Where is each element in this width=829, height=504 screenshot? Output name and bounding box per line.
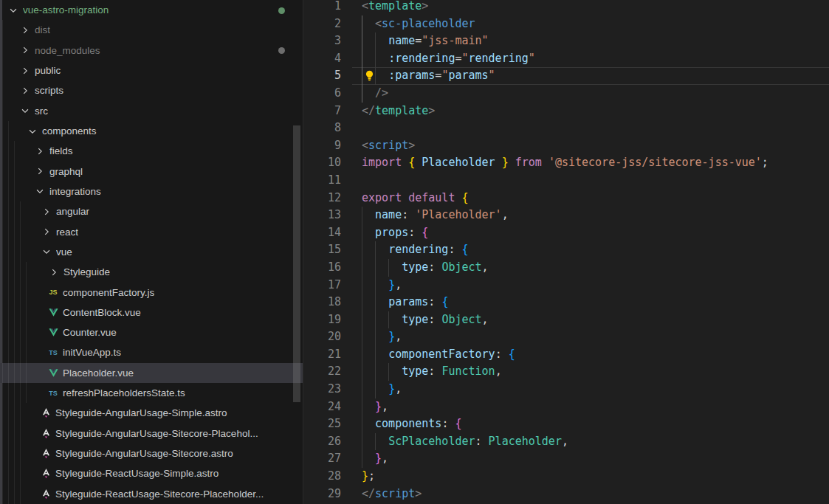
code-line-23[interactable]: 23 },: [303, 381, 829, 398]
tree-item-styleguide-angularusage-simple-astro[interactable]: Styleguide-AngularUsage-Simple.astro: [0, 403, 303, 423]
tree-indent-guide: [14, 342, 15, 362]
tree-item-label: node_modules: [35, 45, 100, 56]
code-line-29[interactable]: 29</script>: [303, 486, 829, 503]
tree-indent-guide: [20, 322, 21, 342]
code-line-content: :rendering="rendering": [362, 50, 535, 68]
chevron-down-icon[interactable]: [34, 185, 46, 197]
tree-item-dist[interactable]: dist: [0, 20, 303, 40]
chevron-down-icon[interactable]: [19, 105, 31, 117]
vue-icon: [47, 306, 59, 318]
tree-item-styleguide-angularusage-sitecore-astro[interactable]: Styleguide-AngularUsage-Sitecore.astro: [0, 443, 303, 463]
line-number: 29: [303, 486, 341, 503]
tree-item-label: components: [42, 125, 97, 137]
code-line-4[interactable]: 4 :rendering="rendering": [303, 50, 829, 68]
code-line-17[interactable]: 17 },: [303, 277, 829, 294]
tree-indent-guide: [8, 342, 9, 362]
tree-item-componentfactory-js[interactable]: JScomponentFactory.js: [0, 282, 303, 302]
code-line-11[interactable]: 11: [303, 172, 829, 190]
code-line-6[interactable]: 6 />: [303, 85, 829, 103]
tree-item-contentblock-vue[interactable]: ContentBlock.vue: [0, 303, 303, 322]
file-tree: vue-astro-migrationdistnode_modulespubli…: [0, 0, 303, 504]
tree-indent-guide: [8, 484, 9, 504]
tree-item-components[interactable]: components: [0, 121, 303, 141]
tree-item-src[interactable]: src: [0, 101, 303, 121]
chevron-right-icon[interactable]: [48, 266, 60, 278]
code-line-2[interactable]: 2 <sc-placeholder: [303, 15, 829, 33]
tree-item-styleguide-reactusage-simple-astro[interactable]: Styleguide-ReactUsage-Simple.astro: [0, 463, 303, 483]
tree-indent-guide: [20, 282, 21, 302]
tree-item-refreshplaceholdersstate-ts[interactable]: TSrefreshPlaceholdersState.ts: [0, 383, 303, 403]
code-line-16[interactable]: 16 type: Object,: [303, 259, 829, 277]
chevron-right-icon[interactable]: [41, 226, 52, 238]
tree-item-public[interactable]: public: [0, 61, 303, 80]
tree-item-counter-vue[interactable]: Counter.vue: [0, 322, 303, 342]
code-line-content: <script>: [362, 137, 415, 155]
code-line-9[interactable]: 9<script>: [303, 137, 829, 155]
tree-indent-guide: [14, 162, 15, 182]
code-line-13[interactable]: 13 name: 'Placeholder',: [303, 207, 829, 224]
code-line-26[interactable]: 26 ScPlaceholder: Placeholder,: [303, 433, 829, 451]
line-number: 11: [303, 172, 341, 190]
sidebar-scrollbar[interactable]: [293, 125, 300, 402]
tree-item-vue-astro-migration[interactable]: vue-astro-migration: [0, 0, 303, 20]
tree-item-vue[interactable]: vue: [0, 242, 303, 262]
tree-item-fields[interactable]: fields: [0, 141, 303, 161]
chevron-right-icon[interactable]: [19, 44, 31, 56]
code-line-19[interactable]: 19 type: Object,: [303, 311, 829, 329]
tree-indent-guide: [8, 162, 9, 182]
tree-indent-guide: [8, 121, 9, 141]
tree-item-integrations[interactable]: integrations: [0, 182, 303, 201]
tree-item-placeholder-vue[interactable]: Placeholder.vue: [0, 363, 303, 383]
line-number: 20: [303, 328, 341, 346]
tree-item-label: src: [35, 106, 48, 117]
tree-item-label: fields: [49, 145, 73, 156]
code-line-1[interactable]: 1<template>: [303, 0, 829, 15]
line-number: 7: [303, 103, 341, 120]
green-dot-badge: [278, 7, 285, 14]
code-line-3[interactable]: 3 name="jss-main": [303, 32, 829, 50]
chevron-right-icon[interactable]: [41, 206, 52, 218]
tree-item-styleguide-angularusage-sitecore-placehol-[interactable]: Styleguide-AngularUsage-Sitecore-Placeho…: [0, 424, 303, 443]
line-number: 14: [303, 224, 341, 242]
tree-item-label: ContentBlock.vue: [63, 307, 141, 318]
chevron-down-icon[interactable]: [41, 246, 52, 258]
tree-item-node-modules[interactable]: node_modules: [0, 41, 303, 61]
code-line-20[interactable]: 20 },: [303, 328, 829, 346]
code-line-25[interactable]: 25 components: {: [303, 415, 829, 433]
tree-item-graphql[interactable]: graphql: [0, 162, 303, 182]
tree-item-scripts[interactable]: scripts: [0, 80, 303, 100]
code-line-18[interactable]: 18 params: {: [303, 294, 829, 311]
code-line-content: <template>: [362, 0, 428, 15]
tree-item-styleguide[interactable]: Styleguide: [0, 262, 303, 282]
tree-item-initvueapp-ts[interactable]: TSinitVueApp.ts: [0, 342, 303, 362]
tree-indent-guide: [20, 221, 21, 241]
code-line-content: </script>: [362, 486, 422, 503]
line-number: 27: [303, 450, 341, 468]
code-line-12[interactable]: 12export default {: [303, 190, 829, 207]
tree-item-react[interactable]: react: [0, 221, 303, 241]
code-line-27[interactable]: 27 },: [303, 450, 829, 468]
chevron-right-icon[interactable]: [34, 165, 46, 177]
chevron-down-icon[interactable]: [27, 125, 38, 137]
chevron-down-icon[interactable]: [7, 4, 19, 16]
code-line-22[interactable]: 22 type: Function,: [303, 363, 829, 381]
code-line-24[interactable]: 24 },: [303, 398, 829, 416]
tree-indent-guide: [8, 303, 9, 322]
chevron-right-icon[interactable]: [19, 65, 31, 77]
tree-indent-guide: [8, 322, 9, 342]
code-line-5[interactable]: 5 :params="params": [303, 67, 829, 85]
tree-item-styleguide-reactusage-sitecore-placeholder-[interactable]: Styleguide-ReactUsage-Sitecore-Placehold…: [0, 484, 303, 504]
code-line-8[interactable]: 8: [303, 120, 829, 137]
code-line-10[interactable]: 10import { Placeholder } from '@sitecore…: [303, 154, 829, 172]
tree-indent-guide: [2, 403, 3, 423]
code-line-15[interactable]: 15 rendering: {: [303, 241, 829, 259]
tree-item-angular[interactable]: angular: [0, 201, 303, 221]
chevron-right-icon[interactable]: [34, 145, 46, 157]
code-line-7[interactable]: 7</template>: [303, 103, 829, 120]
tree-indent-guide: [2, 424, 3, 443]
chevron-right-icon[interactable]: [19, 24, 31, 36]
code-line-28[interactable]: 28};: [303, 468, 829, 486]
code-line-14[interactable]: 14 props: {: [303, 224, 829, 242]
chevron-right-icon[interactable]: [19, 85, 31, 97]
code-line-21[interactable]: 21 componentFactory: {: [303, 346, 829, 364]
